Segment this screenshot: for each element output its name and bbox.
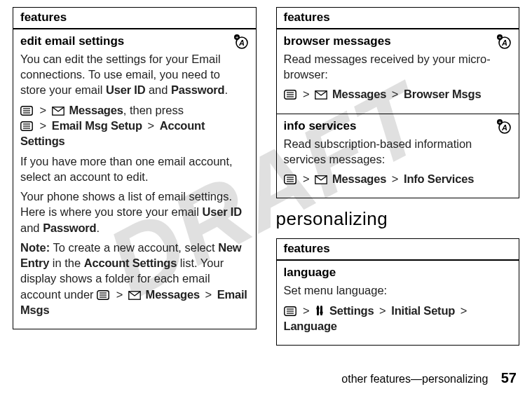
section-title: edit email settings [20, 34, 249, 50]
features-header: features [277, 8, 519, 29]
label-password: Password [171, 83, 224, 96]
page-footer: other features—personalizing 57 [341, 370, 517, 386]
nav-info-services: Info Services [404, 172, 474, 185]
svg-point-42 [317, 306, 320, 309]
svg-text:A: A [501, 39, 507, 47]
label-user-id: User ID [203, 205, 242, 218]
label-password: Password [43, 221, 96, 234]
nav-messages: Messages [146, 288, 200, 301]
left-column: features A+ edit email settings You can … [13, 7, 257, 355]
svg-text:+: + [498, 119, 502, 125]
footer-text: other features—personalizing [341, 373, 488, 385]
svg-text:+: + [235, 34, 238, 41]
label-user-id: User ID [106, 83, 145, 96]
menu-key-icon [284, 90, 296, 100]
section-title: info services [284, 118, 512, 135]
text: . [224, 83, 228, 96]
nav-settings: Settings [329, 304, 374, 317]
chevron-icon: > [40, 119, 47, 132]
nav-browser-msgs: Browser Msgs [404, 88, 481, 100]
network-badge-icon: A+ [496, 118, 513, 137]
envelope-icon [128, 291, 141, 300]
svg-text:+: + [498, 34, 502, 41]
text: Your phone shows a list of email setting… [20, 190, 232, 218]
note-label: Note: [20, 241, 50, 254]
nav-path: > Messages, then press > Email Msg Setup… [20, 102, 249, 149]
right-column: features A+ browser messages Read messag… [276, 7, 520, 355]
nav-initial-setup: Initial Setup [391, 304, 455, 317]
section-title: browser messages [284, 34, 512, 50]
page-number: 57 [501, 370, 517, 385]
svg-text:A: A [501, 123, 507, 132]
section-browser-messages: A+ browser messages Read messages receiv… [277, 29, 519, 114]
section-info-services: A+ info services Read subscription-based… [277, 114, 519, 198]
page-content: features A+ edit email settings You can … [0, 0, 532, 355]
paragraph: Read subscription-based information serv… [284, 136, 512, 168]
menu-key-icon [20, 121, 33, 131]
nav-language: Language [284, 320, 337, 332]
heading-personalizing: personalizing [276, 208, 520, 230]
envelope-icon [315, 90, 327, 100]
paragraph: Your phone shows a list of email setting… [20, 189, 249, 235]
nav-messages: Messages [69, 104, 123, 116]
menu-key-icon [284, 175, 296, 184]
chevron-icon: > [461, 304, 468, 317]
nav-messages: Messages [332, 88, 386, 100]
section-edit-email: A+ edit email settings You can edit the … [13, 29, 256, 329]
nav-path: > Messages > Info Services [284, 171, 512, 186]
chevron-icon: > [303, 88, 310, 100]
chevron-icon: > [303, 172, 310, 185]
chevron-icon: > [116, 288, 123, 301]
chevron-icon: > [303, 304, 310, 317]
features-box-personalizing: features language Set menu language: > S… [276, 238, 520, 346]
paragraph: You can edit the settings for your Email… [20, 51, 249, 98]
settings-tools-icon [315, 305, 325, 316]
chevron-icon: > [392, 172, 399, 185]
chevron-icon: > [147, 119, 154, 132]
section-title: language [284, 265, 512, 281]
envelope-icon [315, 175, 327, 184]
nav-path: > Settings > Initial Setup > Language [284, 303, 512, 334]
features-box-right: features A+ browser messages Read messag… [276, 7, 520, 198]
network-badge-icon: A+ [496, 34, 513, 53]
text: and [20, 221, 43, 234]
text: and [145, 83, 171, 96]
paragraph: Read messages received by your micro-bro… [284, 51, 512, 83]
chevron-icon: > [40, 104, 47, 116]
nav-email-msg-setup: Email Msg Setup [52, 119, 142, 132]
nav-path: > Messages > Browser Msgs [284, 86, 512, 102]
features-box-left: features A+ edit email settings You can … [13, 7, 257, 329]
text: To create a new account, select [50, 241, 218, 254]
label-account-settings: Account Settings [84, 257, 177, 269]
menu-key-icon [97, 290, 109, 300]
menu-key-icon [284, 306, 296, 316]
features-header: features [13, 8, 256, 29]
nav-messages: Messages [332, 172, 386, 185]
menu-key-icon [20, 106, 33, 116]
features-header: features [277, 239, 519, 261]
network-badge-icon: A+ [233, 34, 250, 53]
chevron-icon: > [392, 88, 399, 100]
note-paragraph: Note: To create a new account, select Ne… [20, 240, 249, 318]
section-language: language Set menu language: > Settings >… [277, 261, 519, 345]
svg-point-43 [320, 310, 323, 313]
chevron-icon: > [205, 288, 212, 301]
text: . [96, 221, 100, 234]
paragraph: If you have more than one email account,… [20, 153, 249, 185]
text: , then press [123, 104, 184, 116]
text: in the [49, 257, 84, 269]
chevron-icon: > [379, 304, 386, 317]
svg-text:A: A [238, 39, 245, 47]
paragraph: Set menu language: [284, 282, 512, 298]
envelope-icon [52, 107, 64, 116]
